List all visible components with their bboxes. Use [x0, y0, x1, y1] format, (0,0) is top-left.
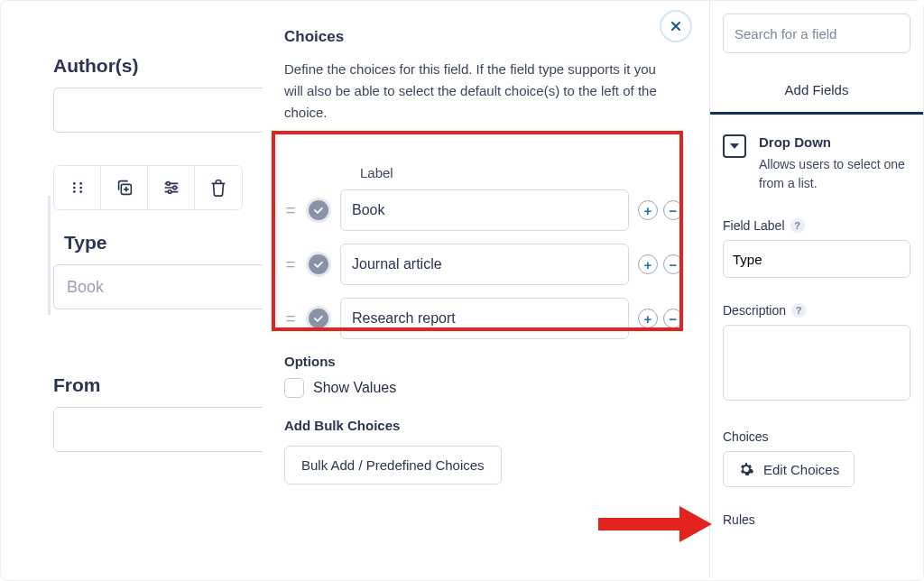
- edit-choices-label: Edit Choices: [763, 462, 839, 477]
- drag-handle-icon[interactable]: =: [284, 255, 297, 274]
- choice-row: = + −: [284, 298, 683, 339]
- add-choice-button[interactable]: +: [638, 200, 658, 220]
- modal-description: Define the choices for this field. If th…: [284, 59, 663, 124]
- bulk-add-button[interactable]: Bulk Add / Predefined Choices: [284, 446, 502, 484]
- duplicate-button[interactable]: [101, 166, 148, 209]
- show-values-checkbox[interactable]: [284, 378, 304, 398]
- svg-point-8: [172, 186, 176, 189]
- svg-point-3: [79, 187, 82, 189]
- drag-handle-icon[interactable]: =: [284, 201, 297, 220]
- field-label-input[interactable]: [723, 240, 910, 278]
- svg-point-7: [166, 182, 170, 186]
- default-choice-toggle[interactable]: [306, 252, 331, 277]
- remove-choice-button[interactable]: −: [663, 254, 683, 274]
- default-choice-toggle[interactable]: [306, 198, 331, 223]
- description-textarea[interactable]: [723, 325, 910, 401]
- label-column-header: Label: [360, 165, 683, 180]
- help-icon[interactable]: ?: [790, 218, 805, 233]
- settings-button[interactable]: [148, 166, 195, 209]
- edit-choices-button[interactable]: Edit Choices: [723, 451, 855, 487]
- options-heading: Options: [284, 354, 683, 369]
- svg-point-2: [72, 187, 75, 189]
- help-icon[interactable]: ?: [791, 303, 806, 318]
- field-label-heading: Field Label ?: [723, 218, 910, 233]
- field-type-title: Drop Down: [759, 134, 910, 150]
- choice-row: = + −: [284, 189, 683, 231]
- trash-icon: [208, 178, 228, 198]
- svg-point-9: [168, 190, 171, 194]
- tab-add-fields[interactable]: Add Fields: [710, 66, 923, 114]
- dropdown-field-icon: [723, 134, 746, 158]
- choices-heading: Choices: [723, 429, 910, 444]
- remove-choice-button[interactable]: −: [663, 200, 683, 220]
- bulk-choices-heading: Add Bulk Choices: [284, 418, 683, 433]
- choices-modal: Choices Define the choices for this fiel…: [263, 1, 705, 578]
- drag-handle-icon: [68, 178, 88, 198]
- choice-row: = + −: [284, 244, 683, 285]
- add-choice-button[interactable]: +: [638, 254, 658, 274]
- svg-point-1: [79, 182, 82, 185]
- choice-label-input[interactable]: [340, 189, 629, 231]
- field-type-description: Allows users to select one from a list.: [759, 155, 910, 193]
- description-heading: Description ?: [723, 303, 910, 318]
- drag-handle-button[interactable]: [54, 166, 101, 209]
- svg-point-0: [72, 182, 75, 185]
- search-input[interactable]: [723, 14, 910, 53]
- modal-title: Choices: [284, 28, 683, 46]
- svg-point-4: [72, 190, 75, 193]
- duplicate-icon: [115, 178, 134, 198]
- field-toolbar: [53, 165, 243, 210]
- side-panel: Add Fields Drop Down Allows users to sel…: [709, 1, 923, 578]
- sliders-icon: [162, 178, 181, 198]
- close-button[interactable]: [660, 10, 692, 42]
- gear-icon: [738, 461, 754, 477]
- svg-point-5: [79, 190, 82, 193]
- add-choice-button[interactable]: +: [638, 309, 658, 328]
- choice-label-input[interactable]: [340, 244, 629, 285]
- remove-choice-button[interactable]: −: [663, 309, 683, 328]
- choice-label-input[interactable]: [340, 298, 629, 339]
- drag-handle-icon[interactable]: =: [284, 309, 297, 328]
- rules-heading: Rules: [723, 512, 910, 527]
- show-values-label: Show Values: [313, 380, 396, 396]
- close-icon: [669, 19, 683, 33]
- default-choice-toggle[interactable]: [306, 306, 331, 331]
- delete-button[interactable]: [195, 166, 242, 209]
